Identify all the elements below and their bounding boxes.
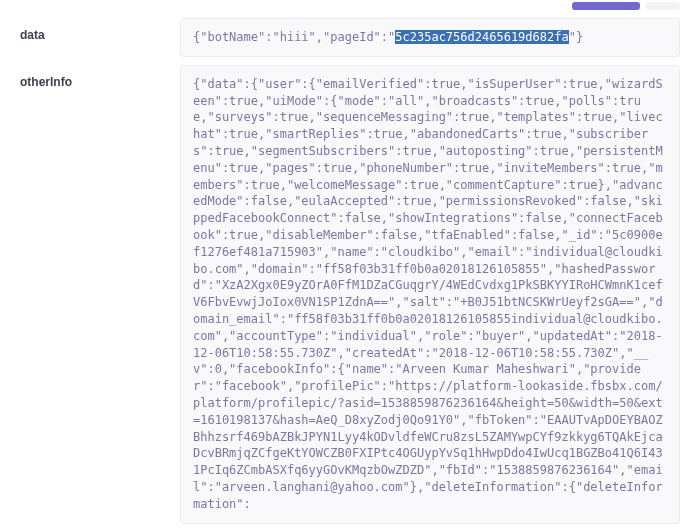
otherinfo-label: otherInfo	[20, 65, 180, 89]
data-row: data {"botName":"hiii","pageId":"5c235ac…	[0, 18, 700, 57]
otherinfo-row: otherInfo {"data":{"user":{"emailVerifie…	[0, 65, 700, 524]
data-highlighted-selection[interactable]: 5c235ac756d2465619d682fa	[395, 30, 568, 44]
data-post-text: "}	[569, 30, 583, 44]
secondary-action-button[interactable]	[646, 2, 680, 10]
primary-action-button[interactable]	[572, 2, 640, 10]
data-pre-text: {"botName":"hiii","pageId":"	[193, 30, 395, 44]
data-value[interactable]: {"botName":"hiii","pageId":"5c235ac756d2…	[180, 18, 680, 57]
top-button-bar	[0, 0, 700, 18]
data-label: data	[20, 18, 180, 42]
otherinfo-value[interactable]: {"data":{"user":{"emailVerified":true,"i…	[180, 65, 680, 524]
